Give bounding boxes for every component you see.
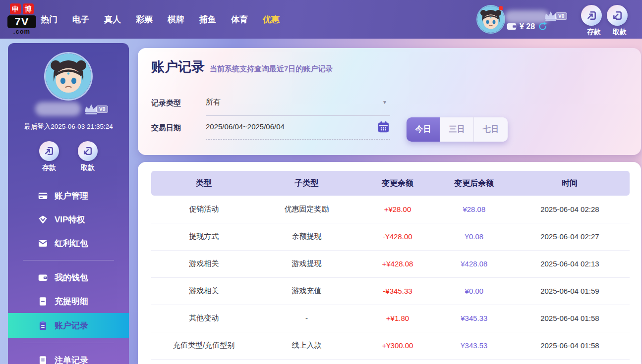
cell-change-amount: +¥428.08 xyxy=(357,250,438,277)
logo-suffix: .com xyxy=(7,28,36,35)
col-subtype: 子类型 xyxy=(256,171,357,196)
vip-level-badge: V0 xyxy=(555,12,567,20)
sidebar-item-wallet[interactable]: 我的钱包 xyxy=(8,265,129,289)
cell-time: 2025-06-04 01:59 xyxy=(510,277,630,305)
sidebar-withdraw-button[interactable]: 取款 xyxy=(75,141,101,172)
records-table: 类型 子类型 变更余额 变更后余额 时间 促销活动 优惠固定奖励 +¥28.00… xyxy=(151,171,630,360)
vip-crown[interactable]: V0 xyxy=(543,10,567,22)
table-row: 提现方式 余额提现 -¥428.00 ¥0.08 2025-06-04 02:2… xyxy=(151,223,630,250)
record-type-label: 记录类型 xyxy=(151,99,181,108)
wallet-balance[interactable]: ¥ 28 xyxy=(507,22,547,31)
withdraw-button[interactable]: 取款 xyxy=(607,5,633,37)
cell-balance-after: ¥0.08 xyxy=(438,223,510,250)
nav-item-1[interactable]: 热门 xyxy=(41,14,58,25)
refresh-icon[interactable] xyxy=(538,22,547,31)
deposit-arrow-icon xyxy=(44,146,55,156)
sidebar-divider xyxy=(23,260,114,260)
withdraw-arrow-icon xyxy=(82,146,93,156)
sidebar-item-envelope[interactable]: 红利红包 xyxy=(8,231,129,255)
date-range-tabs: 今日 三日 七日 xyxy=(407,117,508,142)
nav-item-2[interactable]: 电子 xyxy=(72,14,89,25)
cell-time: 2025-06-04 02:27 xyxy=(510,223,630,250)
cell-subtype: 游戏充值 xyxy=(256,277,357,305)
records-header-panel: 账户记录 当前系统支持查询最近7日的账户记录 记录类型 所有 ▼ 交易日期 20… xyxy=(138,48,641,155)
cell-subtype: - xyxy=(256,305,357,332)
table-row: 促销活动 优惠固定奖励 +¥28.00 ¥28.08 2025-06-04 02… xyxy=(151,196,630,223)
table-row: 游戏相关 游戏充值 -¥345.33 ¥0.00 2025-06-04 01:5… xyxy=(151,277,630,305)
notification-dot xyxy=(499,6,503,10)
cell-type: 游戏相关 xyxy=(151,277,256,305)
cell-balance-after: ¥0.00 xyxy=(438,277,510,305)
logo-name: 7V xyxy=(7,15,36,28)
sidebar-item-list[interactable]: 注单记录 xyxy=(8,348,129,364)
deposit-arrow-icon xyxy=(586,10,597,21)
nav-item-6[interactable]: 捕鱼 xyxy=(199,14,216,25)
logo-badge-bo: 博 xyxy=(23,3,34,14)
sidebar-avatar[interactable] xyxy=(46,53,91,99)
sidebar-divider xyxy=(23,343,114,343)
nav-item-5[interactable]: 棋牌 xyxy=(168,14,184,25)
username-blurred xyxy=(35,102,81,116)
cell-type: 提现方式 xyxy=(151,223,256,250)
cell-time: 2025-06-04 01:58 xyxy=(510,305,630,332)
cell-balance-after: ¥343.53 xyxy=(438,332,510,359)
clipboard-icon xyxy=(38,320,48,331)
sidebar-menu: 账户管理 VIP特权 红利红包 我的钱包 充提明细 账户记录 注单记录 xyxy=(8,184,129,364)
withdraw-arrow-icon xyxy=(612,10,623,21)
date-range-input[interactable]: 2025/06/04~2025/06/04 xyxy=(206,122,390,140)
cell-change-amount: +¥300.00 xyxy=(357,332,438,359)
vip-crown: V0 xyxy=(83,103,108,115)
nav-menu: 热门电子真人彩票棋牌捕鱼体育优惠 xyxy=(41,14,280,25)
col-time: 时间 xyxy=(510,171,630,196)
cell-change-amount: -¥345.33 xyxy=(357,277,438,305)
cell-subtype: 优惠固定奖励 xyxy=(256,196,357,223)
calendar-icon[interactable] xyxy=(377,120,390,135)
date-range-label: 交易日期 xyxy=(151,123,181,133)
record-type-select[interactable]: 所有 ▼ xyxy=(206,98,390,116)
chevron-down-icon: ▼ xyxy=(382,100,387,105)
top-navbar: 申 博 7V .com 热门电子真人彩票棋牌捕鱼体育优惠 V0 xyxy=(0,0,642,39)
tab-three-days[interactable]: 三日 xyxy=(440,117,474,142)
balance-amount: ¥ 28 xyxy=(520,22,535,31)
cell-subtype: 余额提现 xyxy=(256,223,357,250)
tab-seven-days[interactable]: 七日 xyxy=(474,117,508,142)
vip-level-badge: V0 xyxy=(96,105,108,113)
nav-item-3[interactable]: 真人 xyxy=(104,14,121,25)
cell-time: 2025-06-04 02:28 xyxy=(510,196,630,223)
sidebar-item-clipboard[interactable]: 账户记录 xyxy=(8,313,129,338)
deposit-button[interactable]: 存款 xyxy=(581,5,607,37)
cell-balance-after: ¥428.08 xyxy=(438,250,510,277)
page-title: 账户记录 xyxy=(151,58,205,76)
last-login-text: 最后登入2025-06-03 21:35:24 xyxy=(8,122,129,131)
sidebar: V0 最后登入2025-06-03 21:35:24 存款 xyxy=(8,43,129,364)
tab-today[interactable]: 今日 xyxy=(407,117,440,142)
col-type: 类型 xyxy=(151,171,256,196)
sidebar-item-card[interactable]: 账户管理 xyxy=(8,184,129,208)
sidebar-item-vip[interactable]: VIP特权 xyxy=(8,208,129,231)
cell-change-amount: +¥1.80 xyxy=(357,305,438,332)
list-icon xyxy=(38,355,48,364)
document-icon xyxy=(38,296,48,307)
nav-item-8[interactable]: 优惠 xyxy=(263,14,280,25)
records-table-panel: 类型 子类型 变更余额 变更后余额 时间 促销活动 优惠固定奖励 +¥28.00… xyxy=(138,162,641,364)
nav-item-7[interactable]: 体育 xyxy=(231,14,248,25)
logo-badge-shen: 申 xyxy=(10,3,21,14)
sidebar-item-document[interactable]: 充提明细 xyxy=(8,289,129,313)
cell-subtype: 线上入款 xyxy=(256,332,357,359)
table-row: 其他变动 - +¥1.80 ¥345.33 2025-06-04 01:58 xyxy=(151,305,630,332)
cell-type: 促销活动 xyxy=(151,196,256,223)
avatar-illustration xyxy=(46,53,91,99)
cell-type: 游戏相关 xyxy=(151,250,256,277)
wallet-icon xyxy=(507,23,517,30)
cell-balance-after: ¥28.08 xyxy=(438,196,510,223)
cell-balance-after: ¥345.33 xyxy=(438,305,510,332)
site-logo[interactable]: 申 博 7V .com xyxy=(7,3,36,35)
sidebar-deposit-button[interactable]: 存款 xyxy=(36,141,62,172)
cell-change-amount: -¥428.00 xyxy=(357,223,438,250)
cell-time: 2025-06-04 02:13 xyxy=(510,250,630,277)
card-icon xyxy=(38,191,48,201)
table-header-row: 类型 子类型 变更余额 变更后余额 时间 xyxy=(151,171,630,196)
cell-subtype: 游戏提现 xyxy=(256,250,357,277)
nav-item-4[interactable]: 彩票 xyxy=(136,14,153,25)
vip-icon xyxy=(38,214,48,225)
